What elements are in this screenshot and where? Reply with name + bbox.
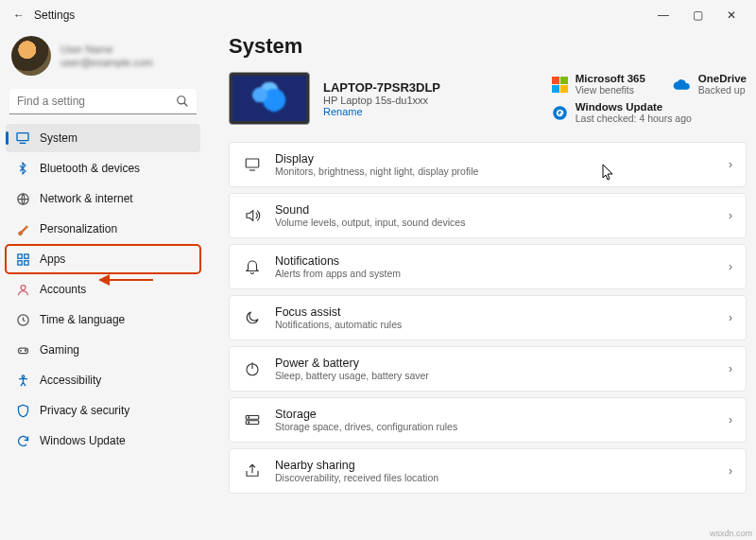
tile-m365[interactable]: Microsoft 365View benefits [552, 73, 645, 96]
titlebar: ← Settings ― ▢ ✕ [0, 0, 756, 30]
nav-network[interactable]: Network & internet [6, 184, 200, 213]
svg-rect-2 [17, 133, 28, 141]
share-icon [243, 462, 262, 479]
nav-apps[interactable]: Apps [6, 245, 200, 273]
device-block[interactable]: LAPTOP-7PSR3DLP HP Laptop 15s-du1xxx Ren… [229, 72, 440, 125]
tile-update[interactable]: Windows UpdateLast checked: 4 hours ago [552, 101, 747, 124]
search-icon [176, 95, 189, 108]
chevron-right-icon: › [729, 362, 732, 375]
settings-cards: DisplayMonitors, brightness, night light… [229, 142, 747, 494]
tile-onedrive[interactable]: OneDriveBacked up [672, 73, 747, 96]
card-storage[interactable]: StorageStorage space, drives, configurat… [229, 397, 747, 443]
nav-privacy[interactable]: Privacy & security [6, 396, 200, 425]
search-box[interactable] [9, 89, 197, 114]
card-nearby[interactable]: Nearby sharingDiscoverability, received … [229, 448, 747, 494]
chevron-right-icon: › [729, 260, 732, 273]
network-icon [15, 191, 30, 206]
device-model: HP Laptop 15s-du1xxx [323, 95, 440, 106]
card-focus[interactable]: Focus assistNotifications, automatic rul… [229, 295, 747, 340]
microsoft-logo-icon [552, 77, 568, 93]
update-icon [552, 105, 568, 121]
system-icon [15, 131, 30, 146]
svg-rect-6 [24, 253, 27, 257]
shield-icon [15, 403, 30, 418]
svg-point-0 [178, 96, 185, 104]
card-notifications[interactable]: NotificationsAlerts from apps and system… [229, 244, 747, 289]
sound-icon [243, 207, 262, 224]
update-icon [15, 433, 30, 448]
bell-icon [243, 258, 262, 275]
back-button[interactable]: ← [8, 9, 30, 22]
display-icon [243, 156, 262, 173]
close-button[interactable]: ✕ [714, 9, 748, 22]
svg-rect-7 [17, 260, 21, 264]
accessibility-icon [15, 373, 30, 388]
chevron-right-icon: › [729, 311, 732, 324]
nav: System Bluetooth & devices Network & int… [6, 124, 200, 455]
moon-icon [243, 309, 262, 326]
page-title: System [229, 34, 747, 59]
bluetooth-icon [15, 161, 30, 176]
svg-line-1 [184, 103, 188, 107]
chevron-right-icon: › [729, 158, 732, 171]
device-image [229, 72, 310, 125]
card-power[interactable]: Power & batterySleep, battery usage, bat… [229, 346, 747, 392]
nav-time[interactable]: Time & language [6, 305, 200, 334]
gaming-icon [15, 342, 30, 357]
svg-rect-5 [17, 253, 21, 257]
nav-personalization[interactable]: Personalization [6, 215, 200, 243]
main-content: System LAPTOP-7PSR3DLP HP Laptop 15s-du1… [206, 30, 756, 540]
storage-icon [243, 411, 262, 428]
chevron-right-icon: › [729, 413, 732, 427]
user-email: user@example.com [60, 56, 153, 69]
card-display[interactable]: DisplayMonitors, brightness, night light… [229, 142, 747, 187]
chevron-right-icon: › [729, 464, 732, 478]
nav-accounts[interactable]: Accounts [6, 275, 200, 304]
avatar [11, 36, 51, 76]
minimize-button[interactable]: ― [646, 9, 680, 22]
chevron-right-icon: › [729, 209, 732, 222]
user-block[interactable]: User Name user@example.com [6, 30, 200, 89]
nav-bluetooth[interactable]: Bluetooth & devices [6, 154, 200, 183]
svg-rect-8 [24, 260, 27, 264]
brush-icon [15, 221, 30, 236]
nav-update[interactable]: Windows Update [6, 427, 200, 455]
svg-point-21 [249, 417, 249, 418]
cloud-icon [672, 78, 691, 91]
nav-gaming[interactable]: Gaming [6, 336, 200, 364]
svg-point-13 [22, 375, 25, 377]
clock-icon [15, 312, 30, 327]
svg-point-22 [249, 422, 249, 423]
nav-system[interactable]: System [6, 124, 200, 152]
window-title: Settings [34, 9, 75, 22]
svg-rect-15 [246, 159, 259, 167]
nav-accessibility[interactable]: Accessibility [6, 366, 200, 394]
maximize-button[interactable]: ▢ [680, 9, 714, 22]
search-input[interactable] [17, 95, 176, 108]
power-icon [243, 360, 262, 377]
card-sound[interactable]: SoundVolume levels, output, input, sound… [229, 193, 747, 238]
user-name: User Name [60, 43, 153, 56]
device-name: LAPTOP-7PSR3DLP [323, 80, 440, 95]
sidebar: User Name user@example.com System Blueto… [0, 30, 206, 540]
watermark: wsxdn.com [710, 529, 752, 538]
person-icon [15, 282, 30, 297]
svg-point-12 [25, 349, 26, 350]
svg-point-9 [21, 285, 26, 289]
apps-icon [15, 252, 30, 267]
rename-link[interactable]: Rename [323, 106, 440, 117]
